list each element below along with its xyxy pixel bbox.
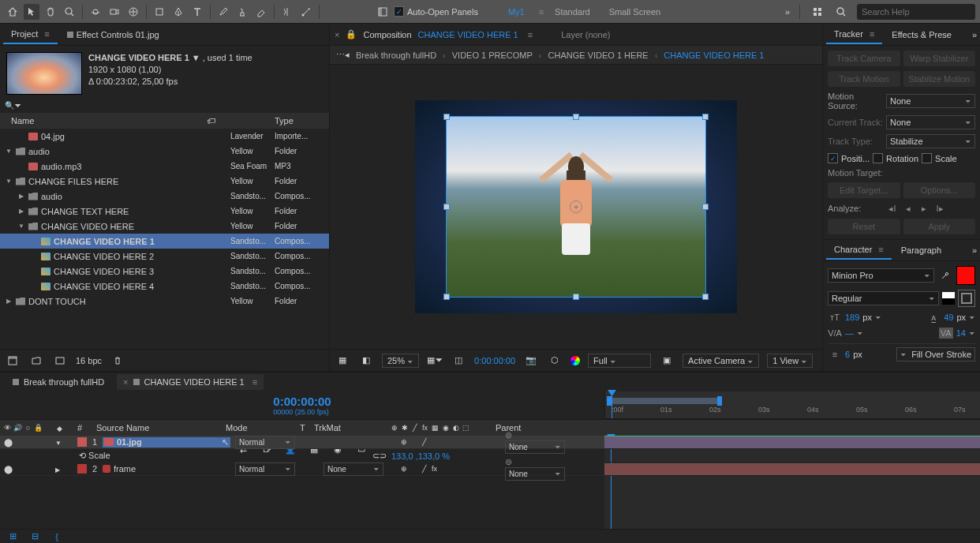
- timeline-tracks[interactable]: [604, 436, 980, 529]
- panel-overflow-icon[interactable]: »: [972, 245, 977, 255]
- adjust-switch-icon[interactable]: ◐: [451, 424, 460, 433]
- pan-behind-tool-icon[interactable]: [125, 4, 141, 20]
- track-camera-button[interactable]: Track Camera: [828, 51, 900, 66]
- leading-value[interactable]: 49: [944, 313, 953, 322]
- project-item[interactable]: ▼CHANGE VIDEO HEREYellowFolder: [0, 219, 329, 234]
- quality-switch-icon[interactable]: ╱: [410, 424, 419, 433]
- transform-handle[interactable]: [702, 204, 709, 210]
- blend-mode-dropdown[interactable]: Normal⏷: [235, 462, 295, 476]
- solo-col-icon[interactable]: ○: [24, 424, 32, 433]
- analyze-back-icon[interactable]: ◂: [902, 203, 915, 214]
- overflow-icon[interactable]: »: [785, 7, 790, 17]
- auto-open-checkbox[interactable]: ✓: [394, 6, 404, 17]
- layer-clip[interactable]: [604, 436, 980, 448]
- color-mgmt-icon[interactable]: [570, 356, 580, 365]
- home-icon[interactable]: [5, 4, 21, 20]
- analyze-back-step-icon[interactable]: ◂I: [886, 203, 899, 214]
- orbit-tool-icon[interactable]: [88, 4, 103, 20]
- reset-button[interactable]: Reset: [828, 219, 900, 234]
- toggle-in-out-icon[interactable]: {: [49, 529, 65, 544]
- snapshot-icon[interactable]: 📷: [523, 353, 539, 369]
- panel-grid-icon[interactable]: [810, 4, 825, 20]
- track-type-dropdown[interactable]: Stabilize⏷: [886, 134, 975, 148]
- selection-tool-icon[interactable]: [24, 4, 39, 20]
- project-item[interactable]: ▶CHANGE TEXT HEREYellowFolder: [0, 204, 329, 219]
- font-size-value[interactable]: 189: [845, 313, 859, 322]
- toggle-modes-icon[interactable]: ⊟: [27, 529, 43, 544]
- track-motion-button[interactable]: Track Motion: [828, 71, 900, 87]
- visibility-toggle[interactable]: ⬤: [3, 438, 13, 447]
- breadcrumb-item[interactable]: VIDEO 1 PRECOMP: [452, 51, 533, 60]
- roto-brush-tool-icon[interactable]: [279, 4, 295, 20]
- video-col-icon[interactable]: 👁: [3, 424, 12, 433]
- brush-tool-icon[interactable]: [215, 4, 231, 20]
- time-ruler[interactable]: :00f01s02s03s04s05s06s07s: [605, 391, 980, 419]
- col-source-name[interactable]: Source Name: [93, 423, 221, 433]
- work-area-end-handle[interactable]: [717, 396, 722, 406]
- tracking-value[interactable]: 14: [956, 328, 966, 338]
- rotation-checkbox[interactable]: [873, 153, 883, 163]
- layer-tab[interactable]: Layer (none): [561, 30, 610, 39]
- project-item[interactable]: 04.jpgLavenderImporte...: [0, 129, 329, 144]
- analyze-fwd-step-icon[interactable]: I▸: [933, 203, 946, 214]
- fill-color-swatch[interactable]: [956, 266, 975, 285]
- project-item[interactable]: ▼audioYellowFolder: [0, 144, 329, 159]
- transform-handle[interactable]: [443, 114, 450, 120]
- grid-icon[interactable]: ▦⏷: [427, 353, 443, 369]
- toggle-switches-icon[interactable]: ⊞: [5, 529, 21, 544]
- zoom-tool-icon[interactable]: [62, 4, 77, 20]
- timeline-tab[interactable]: Break through fullHD: [6, 374, 110, 390]
- frameblend-switch-icon[interactable]: ▦: [431, 424, 440, 433]
- view-dropdown[interactable]: 1 View ⏷: [767, 354, 813, 368]
- kerning-value[interactable]: —: [845, 328, 854, 338]
- search-help-input[interactable]: [857, 4, 975, 20]
- timeline-layer[interactable]: ⬤ ▶ 2 frame Normal⏷ None⏷ ⊕╱fx ⊚ None⏷: [0, 462, 604, 476]
- breadcrumb-item[interactable]: CHANGE VIDEO 1 HERE: [548, 51, 649, 60]
- timeline-layer[interactable]: ⬤ ▼ 1 01.jpg↖ Normal⏷ ⊕╱ ⊚ None⏷: [0, 436, 604, 449]
- work-area[interactable]: [608, 398, 720, 404]
- apply-button[interactable]: Apply: [903, 219, 976, 234]
- property-value[interactable]: 133,0 ,133,0 %: [391, 451, 450, 461]
- lock-icon[interactable]: 🔒: [346, 29, 357, 39]
- stroke-color-swatch[interactable]: [942, 292, 955, 305]
- swap-colors-icon[interactable]: [958, 290, 975, 307]
- project-item[interactable]: ▼CHANGE FILES HEREYellowFolder: [0, 174, 329, 189]
- new-comp-icon[interactable]: [52, 353, 68, 369]
- interpret-footage-icon[interactable]: [5, 353, 21, 369]
- layer-clip[interactable]: [604, 463, 980, 475]
- panel-icon[interactable]: [375, 4, 391, 20]
- rectangle-tool-icon[interactable]: [151, 4, 167, 20]
- project-item[interactable]: CHANGE VIDEO HERE 3Sandsto...Compos...: [0, 264, 329, 279]
- new-folder-icon[interactable]: [28, 353, 44, 369]
- project-item[interactable]: ▶audioSandsto...Compos...: [0, 189, 329, 204]
- camera-dropdown[interactable]: Active Camera ⏷: [683, 354, 759, 368]
- analyze-fwd-icon[interactable]: ▸: [918, 203, 930, 214]
- tab-paragraph[interactable]: Paragraph: [893, 242, 949, 259]
- clone-stamp-tool-icon[interactable]: [234, 4, 250, 20]
- transform-handle[interactable]: [443, 294, 450, 300]
- timeline-tab[interactable]: ×CHANGE VIDEO HERE 1≡: [117, 374, 264, 390]
- panel-overflow-icon[interactable]: »: [972, 30, 977, 39]
- fx-switch-icon[interactable]: fx: [421, 424, 429, 433]
- project-item[interactable]: CHANGE VIDEO HERE 1Sandsto...Compos...: [0, 234, 329, 249]
- comp-tab-name[interactable]: CHANGE VIDEO HERE 1: [418, 30, 518, 39]
- position-checkbox[interactable]: ✓: [828, 153, 838, 163]
- transform-handle[interactable]: [702, 294, 709, 300]
- layer-color-label[interactable]: [77, 437, 87, 447]
- font-family-dropdown[interactable]: Minion Pro⏷: [828, 268, 934, 283]
- font-style-dropdown[interactable]: Regular⏷: [828, 291, 939, 305]
- current-track-dropdown[interactable]: None⏷: [886, 115, 975, 129]
- timeline-timecode[interactable]: 0:00:00:00: [273, 395, 331, 408]
- eraser-tool-icon[interactable]: [253, 4, 269, 20]
- transform-handle[interactable]: [443, 204, 450, 210]
- options-button[interactable]: Options...: [903, 182, 976, 198]
- puppet-tool-icon[interactable]: [298, 4, 314, 20]
- workspace-standard[interactable]: Standard: [547, 4, 598, 20]
- parent-dropdown[interactable]: None⏷: [505, 467, 565, 481]
- breadcrumb-back-icon[interactable]: ⋯◂: [336, 50, 350, 60]
- composition-viewer[interactable]: [330, 65, 822, 349]
- stabilize-motion-button[interactable]: Stabilize Motion: [903, 71, 976, 87]
- transform-handle[interactable]: [702, 114, 709, 120]
- motion-source-dropdown[interactable]: None⏷: [886, 94, 975, 108]
- resolution-dropdown[interactable]: Full ⏷: [588, 354, 651, 368]
